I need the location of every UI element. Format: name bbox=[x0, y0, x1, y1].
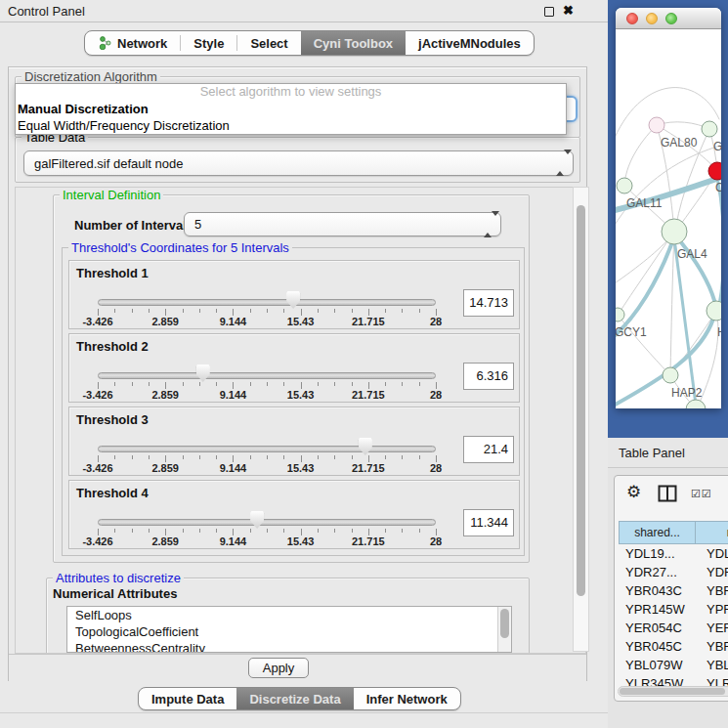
network-canvas[interactable]: GAL80GAGAL11CGAL4GCY1HHAP2 bbox=[616, 29, 721, 408]
slider-track[interactable] bbox=[98, 446, 436, 452]
tab-discretize-data[interactable]: Discretize Data bbox=[236, 688, 353, 709]
network-node-green[interactable] bbox=[663, 367, 678, 383]
tab-infer-network[interactable]: Infer Network bbox=[354, 688, 460, 709]
network-node-green[interactable] bbox=[707, 301, 721, 321]
columns-icon[interactable] bbox=[658, 485, 677, 502]
table-hscrollbar-thumb[interactable] bbox=[620, 688, 725, 695]
cell-shared-name[interactable]: YPR145W bbox=[619, 600, 695, 619]
table-data-combobox[interactable]: galFiltered.sif default node bbox=[23, 150, 574, 176]
threshold-value-field[interactable]: 14.713 bbox=[463, 289, 514, 317]
network-edge[interactable] bbox=[624, 125, 657, 186]
table-hscrollbar[interactable] bbox=[618, 686, 728, 697]
threshold-slider[interactable]: -3.4262.8599.14415.4321.71528 bbox=[69, 261, 519, 328]
window-minimize-icon[interactable] bbox=[646, 13, 658, 24]
slider-thumb[interactable] bbox=[250, 511, 264, 529]
checkbox-icons[interactable]: ☑☑ bbox=[691, 488, 712, 500]
attribute-list-item[interactable]: BetweennessCentrality bbox=[67, 640, 511, 653]
column-header-name[interactable]: na bbox=[695, 521, 728, 544]
gear-icon[interactable]: ⚙ bbox=[626, 484, 641, 500]
slider-tick-label: 2.859 bbox=[151, 535, 179, 547]
attribute-list-item[interactable]: SelfLoops bbox=[67, 607, 511, 623]
network-node-green[interactable] bbox=[702, 121, 717, 137]
cell-name[interactable]: YDR2 bbox=[695, 563, 728, 581]
tab-cyni-toolbox[interactable]: Cyni Toolbox bbox=[301, 31, 406, 55]
control-panel: Control Panel ✖ Network Style Select Cyn… bbox=[0, 0, 608, 728]
slider-tick bbox=[233, 455, 234, 462]
attributes-list-scrollbar-thumb[interactable] bbox=[500, 609, 509, 638]
slider-thumb[interactable] bbox=[359, 438, 372, 455]
close-icon[interactable]: ✖ bbox=[563, 3, 574, 18]
slider-tick bbox=[216, 455, 217, 459]
cell-shared-name[interactable]: YDL19... bbox=[619, 544, 695, 563]
slider-track[interactable] bbox=[98, 299, 436, 306]
attributes-group-title: Attributes to discretize bbox=[53, 571, 184, 585]
tab-impute-data[interactable]: Impute Data bbox=[139, 688, 236, 709]
cell-shared-name[interactable]: YBR043C bbox=[619, 581, 695, 600]
slider-tick bbox=[402, 529, 403, 533]
window-close-icon[interactable] bbox=[626, 13, 638, 24]
control-panel-title: Control Panel bbox=[8, 4, 85, 19]
threshold-value-field[interactable]: 21.4 bbox=[463, 436, 514, 463]
threshold-slider[interactable]: -3.4262.8599.14415.4321.71528 bbox=[69, 334, 519, 402]
network-node-green[interactable] bbox=[617, 178, 632, 193]
tab-style[interactable]: Style bbox=[181, 31, 236, 55]
threshold-slider[interactable]: -3.4262.8599.14415.4321.71528 bbox=[69, 407, 519, 475]
slider-thumb[interactable] bbox=[286, 291, 300, 309]
cell-name[interactable]: YBR0 bbox=[695, 581, 728, 600]
table-row[interactable]: YPR145WYPR1 bbox=[619, 600, 728, 619]
network-view-window[interactable]: GAL80GAGAL11CGAL4GCY1HHAP2 bbox=[616, 8, 721, 408]
network-node-green[interactable] bbox=[616, 308, 624, 321]
settings-scrollbar-thumb[interactable] bbox=[577, 205, 585, 596]
cell-name[interactable]: YPR1 bbox=[695, 600, 728, 619]
tab-network[interactable]: Network bbox=[85, 31, 180, 55]
network-node-pink[interactable] bbox=[649, 117, 664, 133]
slider-thumb[interactable] bbox=[196, 364, 210, 382]
float-window-icon[interactable] bbox=[544, 7, 554, 17]
tab-select[interactable]: Select bbox=[237, 31, 300, 55]
slider-track[interactable] bbox=[98, 372, 436, 379]
cell-name[interactable]: YBL0 bbox=[695, 656, 728, 674]
cell-shared-name[interactable]: YDR27... bbox=[619, 563, 695, 581]
threshold-slider[interactable]: -3.4262.8599.14415.4321.71528 bbox=[69, 481, 519, 548]
network-window-titlebar[interactable] bbox=[616, 8, 721, 29]
node-table[interactable]: shared... na YDL19...YDL1YDR27...YDR2YBR… bbox=[619, 521, 728, 689]
window-zoom-icon[interactable] bbox=[665, 13, 677, 24]
cell-name[interactable]: YBR0 bbox=[695, 637, 728, 656]
tab-jactivemnodules[interactable]: jActiveMNodules bbox=[406, 31, 534, 55]
table-row[interactable]: YDL19...YDL1 bbox=[619, 544, 728, 563]
network-edge[interactable] bbox=[619, 232, 674, 314]
network-edge[interactable] bbox=[670, 232, 674, 374]
slider-track[interactable] bbox=[98, 519, 436, 526]
threshold-value-field[interactable]: 11.344 bbox=[463, 509, 514, 536]
table-row[interactable]: YDR27...YDR2 bbox=[619, 563, 728, 581]
cell-shared-name[interactable]: YBL079W bbox=[619, 656, 695, 674]
network-node-green[interactable] bbox=[662, 219, 687, 244]
cell-name[interactable]: YDL1 bbox=[695, 544, 728, 563]
network-node-red[interactable] bbox=[708, 162, 721, 180]
algorithm-option-equal-width[interactable]: Equal Width/Frequency Discretization bbox=[16, 117, 566, 134]
slider-tick bbox=[334, 455, 335, 459]
table-row[interactable]: YBL079WYBL0 bbox=[619, 656, 728, 674]
column-header-shared-name[interactable]: shared... bbox=[619, 521, 695, 544]
cell-shared-name[interactable]: YER054C bbox=[619, 619, 695, 637]
settings-scrollbar[interactable] bbox=[573, 187, 589, 652]
attributes-list-scrollbar[interactable] bbox=[497, 607, 511, 652]
network-edge-highlighted[interactable] bbox=[674, 238, 696, 405]
attribute-list-item[interactable]: TopologicalCoefficient bbox=[67, 623, 511, 640]
network-edge-highlighted[interactable] bbox=[717, 178, 721, 305]
number-of-intervals-combobox[interactable]: 5 bbox=[184, 212, 501, 236]
algorithm-option-manual[interactable]: Manual Discretization bbox=[16, 101, 566, 117]
table-row[interactable]: YBR045CYBR0 bbox=[619, 637, 728, 656]
apply-button[interactable]: Apply bbox=[248, 658, 309, 678]
slider-tick bbox=[267, 382, 268, 386]
number-of-intervals-label: Number of Intervals bbox=[74, 218, 193, 233]
threshold-value-field[interactable]: 6.316 bbox=[463, 363, 514, 390]
slider-tick bbox=[419, 309, 420, 313]
cell-name[interactable]: YER0 bbox=[695, 619, 728, 637]
table-row[interactable]: YBR043CYBR0 bbox=[619, 581, 728, 600]
table-row[interactable]: YER054CYER0 bbox=[619, 619, 728, 637]
numerical-attributes-list[interactable]: SelfLoopsTopologicalCoefficientBetweenne… bbox=[66, 606, 512, 653]
slider-tick bbox=[199, 529, 200, 533]
cell-shared-name[interactable]: YBR045C bbox=[619, 637, 695, 656]
table-header-row: shared... na bbox=[619, 521, 728, 544]
